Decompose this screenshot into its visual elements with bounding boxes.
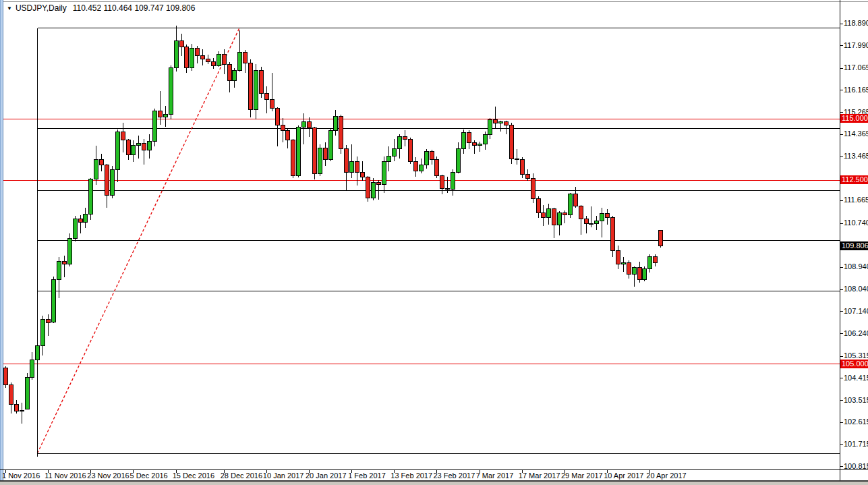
candlestick	[372, 182, 376, 198]
candlestick	[15, 404, 19, 411]
candlestick	[595, 221, 599, 224]
candlestick	[451, 172, 455, 189]
candlestick	[238, 52, 242, 71]
candlestick	[185, 47, 189, 68]
date-axis-label: 29 Mar 2017	[561, 472, 603, 480]
candlestick	[217, 55, 221, 66]
candlestick	[425, 152, 429, 165]
candlestick	[142, 144, 146, 150]
candlestick	[116, 132, 120, 169]
candlestick	[79, 219, 83, 223]
candlestick	[270, 99, 274, 108]
chart-plot-area[interactable]	[0, 0, 868, 485]
date-axis-label: 1 Nov 2016	[2, 472, 40, 480]
candlestick	[4, 368, 8, 384]
candlestick	[249, 63, 253, 110]
candlestick	[243, 52, 248, 63]
candlestick	[30, 360, 34, 377]
price-axis[interactable]: 118.890117.990117.065116.165115.265114.3…	[840, 0, 868, 481]
candlestick	[355, 161, 359, 173]
price-axis-label: 101.715	[844, 440, 868, 448]
price-axis-label: 114.365	[844, 130, 868, 138]
candlestick	[137, 144, 141, 145]
candlestick	[9, 384, 13, 404]
candlestick	[111, 169, 115, 196]
candlestick	[302, 122, 306, 127]
date-axis-label: 11 Nov 2016	[45, 472, 86, 480]
candlestick	[84, 215, 88, 223]
price-axis-label: 111.665	[844, 196, 868, 204]
candlestick	[563, 212, 567, 215]
date-axis-label: 10 Jan 2017	[263, 472, 304, 480]
candlestick	[638, 268, 642, 280]
price-axis-label: 100.815	[844, 462, 868, 470]
candlestick	[403, 137, 407, 140]
candlestick	[366, 177, 370, 198]
candlestick	[446, 188, 450, 189]
candlestick	[233, 71, 237, 81]
candlestick	[654, 257, 658, 263]
candlestick	[526, 175, 530, 179]
candlestick	[521, 160, 525, 175]
price-axis-label: 118.890	[844, 19, 868, 27]
candlestick	[201, 56, 205, 59]
candlestick	[127, 140, 131, 155]
candlestick	[254, 71, 258, 110]
candlestick	[47, 319, 51, 322]
date-axis-label: 23 Nov 2016	[87, 472, 129, 480]
candlestick	[633, 268, 637, 274]
price-axis-label: 103.515	[844, 396, 868, 404]
candlestick	[41, 319, 45, 346]
candlestick	[627, 262, 631, 274]
candlestick	[574, 194, 578, 206]
date-axis-label: 20 Jan 2017	[306, 472, 347, 480]
price-axis-label: 117.990	[844, 41, 868, 49]
candlestick	[382, 161, 386, 185]
candlestick	[121, 132, 125, 140]
candlestick	[153, 111, 157, 141]
candlestick	[589, 223, 594, 224]
candlestick	[132, 145, 136, 155]
candlestick	[265, 94, 269, 100]
date-axis-label: 7 Mar 2017	[476, 472, 514, 480]
candlestick	[180, 40, 184, 47]
candlestick	[611, 218, 615, 251]
candlestick	[643, 269, 647, 280]
symbol-timeframe-label: USDJPY,Daily	[16, 3, 67, 13]
candlestick	[579, 206, 583, 219]
candlestick	[190, 49, 194, 68]
candlestick	[206, 59, 210, 62]
candlestick	[430, 152, 434, 160]
candlestick	[600, 214, 604, 221]
price-axis-label: 105.315	[844, 351, 868, 360]
date-axis-label: 10 Apr 2017	[604, 472, 643, 480]
candlestick	[440, 176, 444, 188]
price-line-label: 105.000	[840, 360, 868, 368]
candlestick	[467, 133, 471, 143]
candlestick	[318, 148, 322, 173]
candlestick	[291, 140, 295, 176]
candlestick	[473, 142, 477, 145]
candlestick	[164, 114, 168, 117]
candlestick	[569, 194, 573, 215]
price-axis-label: 113.465	[844, 152, 868, 160]
symbol-dropdown-icon[interactable]: ▼	[7, 5, 12, 11]
candlestick	[616, 250, 620, 264]
candlestick	[515, 159, 519, 159]
chart-title: ▼USDJPY,Daily110.452 110.464 109.747 109…	[7, 3, 195, 13]
price-axis-label: 117.065	[844, 63, 868, 72]
candlestick	[558, 212, 562, 225]
candlestick	[105, 165, 109, 196]
date-axis[interactable]: 1 Nov 201611 Nov 201623 Nov 20165 Dec 20…	[0, 470, 868, 480]
candlestick	[462, 133, 466, 149]
candlestick	[260, 71, 264, 94]
candlestick	[387, 156, 391, 161]
price-line-label: 112.500	[840, 175, 868, 184]
candlestick	[63, 261, 67, 264]
candlestick	[228, 64, 232, 80]
candlestick	[435, 160, 439, 176]
candlestick	[196, 49, 200, 56]
date-axis-label: 20 Apr 2017	[646, 472, 686, 480]
candlestick	[89, 179, 93, 215]
price-axis-label: 116.165	[844, 86, 868, 94]
